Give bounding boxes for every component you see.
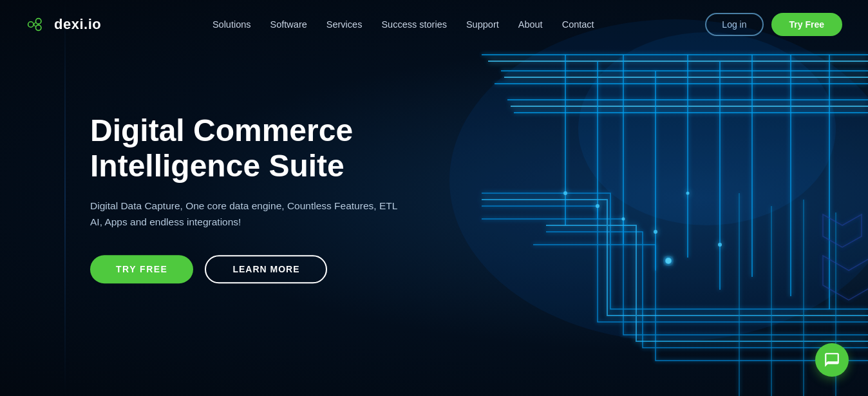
svg-point-35 xyxy=(35,18,41,23)
svg-point-29 xyxy=(686,192,690,195)
hero-subtitle-line1: Digital Data Capture, One core data engi… xyxy=(90,200,397,211)
chat-support-button[interactable] xyxy=(815,343,849,377)
left-border-accent xyxy=(64,0,66,396)
hero-title: Digital Commerce Intelligence Suite xyxy=(90,113,509,184)
logo[interactable]: dexi.io xyxy=(26,16,101,33)
svg-point-36 xyxy=(35,24,41,30)
nav-link-about[interactable]: About xyxy=(511,14,551,35)
nav-link-solutions[interactable]: Solutions xyxy=(205,14,259,35)
svg-point-25 xyxy=(563,191,567,195)
chat-icon xyxy=(824,352,840,368)
nav-link-support[interactable]: Support xyxy=(458,14,507,35)
nav-links: Solutions Software Services Success stor… xyxy=(205,14,602,35)
try-free-nav-button[interactable]: Try Free xyxy=(771,13,842,36)
nav-actions: Log in Try Free xyxy=(705,13,842,36)
hero-content: Digital Commerce Intelligence Suite Digi… xyxy=(90,113,509,284)
hero-subtitle-line2: AI, Apps and endless integrations! xyxy=(90,217,241,228)
nav-link-software[interactable]: Software xyxy=(263,14,315,35)
svg-point-26 xyxy=(596,204,599,208)
hero-buttons: TRY FREE LEARN MORE xyxy=(90,255,509,283)
svg-point-34 xyxy=(28,21,33,26)
svg-point-33 xyxy=(666,258,671,263)
svg-point-28 xyxy=(654,230,657,234)
learn-more-button[interactable]: LEARN MORE xyxy=(205,255,327,283)
logo-icon xyxy=(26,17,49,32)
login-button[interactable]: Log in xyxy=(705,13,763,36)
nav-link-contact[interactable]: Contact xyxy=(554,14,602,35)
navbar: dexi.io Solutions Software Services Succ… xyxy=(0,0,868,48)
svg-point-27 xyxy=(622,218,625,221)
svg-point-30 xyxy=(718,243,722,247)
logo-text: dexi.io xyxy=(54,16,101,33)
try-free-hero-button[interactable]: TRY FREE xyxy=(90,255,193,283)
hero-subtitle: Digital Data Capture, One core data engi… xyxy=(90,198,509,231)
nav-link-success-stories[interactable]: Success stories xyxy=(373,14,455,35)
nav-link-services[interactable]: Services xyxy=(319,14,370,35)
